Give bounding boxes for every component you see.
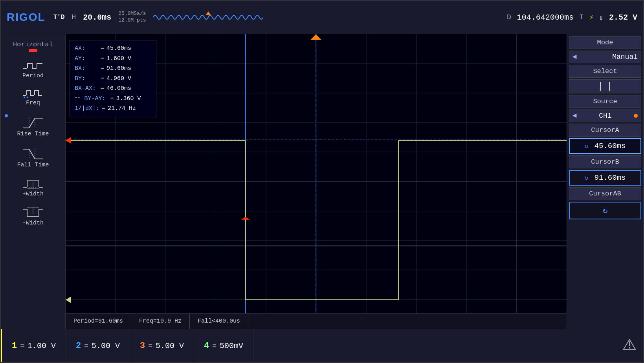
sidebar-item-plus-width[interactable]: +Width	[1, 174, 65, 199]
meas-bx-val: 91.60ms	[106, 64, 142, 74]
meas-inv-val: 21.74 Hz	[108, 104, 143, 114]
period-icon	[21, 60, 45, 72]
mode-section-label: Mode	[569, 36, 641, 49]
right-sidebar: Mode ◄ Manual Select Source ◄ CH1 Cursor…	[567, 34, 643, 329]
source-ch-dot	[634, 114, 638, 118]
fall-time-icon	[21, 145, 45, 161]
meas-bxax-val: 46.00ms	[106, 84, 142, 94]
cursor-ab-refresh-icon: ↻	[602, 206, 607, 216]
ch1-number: 1	[12, 341, 17, 351]
sidebar-item-freq[interactable]: Freq	[1, 85, 65, 108]
plus-width-icon	[21, 176, 45, 190]
mode-value-row[interactable]: ◄ Manual	[569, 51, 641, 63]
bottom-bar: 1 = 1.00 V 2 = 5.00 V 3 = 5.00 V 4 = 500…	[1, 329, 643, 362]
sidebar-item-minus-width[interactable]: -Width	[1, 203, 65, 228]
sample-rate-line1: 25.0MSa/s	[118, 11, 146, 17]
source-ch-value: CH1	[599, 112, 611, 120]
cursor-ab-label: CursorAB	[569, 187, 641, 200]
svg-rect-4	[32, 63, 33, 68]
ch2-number: 2	[76, 341, 81, 351]
svg-rect-12	[30, 95, 34, 96]
meas-ay-val: 1.600 V	[106, 54, 142, 64]
mode-badge: T'D	[53, 14, 65, 21]
left-sidebar: Horizontal Period	[1, 34, 66, 329]
source-ch-row[interactable]: ◄ CH1	[569, 109, 641, 122]
meas-by-eq: =	[101, 74, 104, 84]
cursor-a-label: CursorA	[569, 124, 641, 137]
meas-bxax-row: BX-AX: = 46.00ms	[75, 84, 151, 94]
source-section-label: Source	[569, 95, 641, 108]
select-section-label: Select	[569, 65, 641, 78]
ch1-eq: =	[20, 342, 24, 350]
freq-label: Freq	[26, 100, 40, 106]
ch4-eq: =	[212, 342, 217, 350]
plus-width-label: +Width	[22, 191, 44, 197]
svg-rect-7	[37, 63, 42, 64]
rigol-logo: RIGOL	[7, 11, 46, 24]
svg-marker-75	[66, 296, 71, 303]
channel-4-item[interactable]: 4 = 500mV	[194, 329, 253, 362]
meas-bxax-label: BX-AX:	[75, 84, 98, 94]
bottom-right-icon[interactable]	[622, 337, 637, 354]
svg-point-17	[24, 97, 25, 98]
minus-width-icon	[21, 205, 45, 219]
trigger-wave-display	[153, 11, 263, 23]
ch4-number: 4	[204, 341, 209, 351]
svg-point-18	[27, 97, 28, 98]
svg-rect-5	[32, 68, 37, 69]
channel-1-item[interactable]: 1 = 1.00 V	[1, 329, 66, 362]
trigger-label: T	[580, 14, 583, 21]
ch1-value: 1.00 V	[28, 341, 56, 350]
channel-2-item[interactable]: 2 = 5.00 V	[66, 329, 130, 362]
sidebar-item-fall-time[interactable]: Fall Time	[1, 143, 65, 170]
svg-rect-3	[27, 63, 32, 64]
ch4-value: 500mV	[220, 341, 243, 350]
meas-bx-label: BX:	[75, 64, 98, 74]
svg-marker-71	[241, 217, 250, 219]
meas-byay-eq: =	[110, 94, 114, 104]
meas-ax-row: AX: = 45.60ms	[75, 44, 151, 54]
cursor-b-value-text: 91.60ms	[594, 173, 626, 182]
period-label: Period	[22, 73, 44, 79]
channel-3-item[interactable]: 3 = 5.00 V	[130, 329, 194, 362]
top-info: T'D H 20.0ms 25.0MSa/s 12.0M pts	[53, 11, 263, 24]
meas-by-val: 4.960 V	[106, 74, 142, 84]
meas-inv-label: 1/|dX|:	[75, 104, 99, 114]
svg-rect-16	[38, 95, 42, 96]
cursor-line-b	[609, 82, 610, 91]
svg-rect-11	[30, 90, 31, 95]
sidebar-item-horizontal[interactable]: Horizontal	[1, 38, 65, 54]
rise-time-icon	[21, 114, 45, 130]
cursor-b-value[interactable]: ↻ 91.60ms	[569, 170, 641, 186]
meas-inv-row: 1/|dX|: = 21.74 Hz	[75, 104, 151, 114]
mode-left-arrow[interactable]: ◄	[572, 53, 577, 61]
svg-rect-8	[23, 95, 26, 96]
meas-byay-label: BY-AY:	[84, 94, 108, 104]
voltage-display: 2.52 V	[609, 13, 637, 22]
sidebar-item-period[interactable]: Period	[1, 58, 65, 81]
meas-ay-label: AY:	[75, 54, 98, 64]
bottom-nav-icon	[622, 337, 637, 351]
trigger-icons: ⚡	[589, 13, 594, 22]
status-bar: Period=91.60ms Freq=10.9 Hz Fall<400.0us	[66, 313, 567, 329]
rise-time-indicator	[5, 114, 8, 117]
source-left-arrow[interactable]: ◄	[572, 112, 577, 120]
battery-icon: ▯	[599, 13, 603, 21]
measurement-overlay: AX: = 45.60ms AY: = 1.600 V BX: = 91.60m…	[70, 40, 156, 117]
cursor-b-refresh-icon: ↻	[585, 175, 589, 182]
sidebar-item-rise-time[interactable]: Rise Time	[1, 112, 65, 139]
time-div-label: H	[72, 13, 76, 21]
meas-by-label: BY:	[75, 74, 98, 84]
ch2-eq: =	[84, 342, 88, 350]
meas-inv-eq: =	[102, 104, 105, 114]
svg-rect-15	[38, 90, 39, 95]
cursor-a-value-text: 45.60ms	[594, 142, 626, 150]
svg-marker-74	[66, 137, 71, 144]
svg-rect-1	[23, 68, 27, 69]
cursor-a-value[interactable]: ↻ 45.60ms	[569, 138, 641, 154]
oscilloscope-screen: RIGOL T'D H 20.0ms 25.0MSa/s 12.0M pts D…	[0, 0, 644, 363]
cursor-ab-value[interactable]: ↻	[569, 202, 641, 219]
timestamp: 104.642000ms	[517, 13, 574, 22]
cursor-select-display[interactable]	[569, 79, 641, 93]
svg-point-78	[629, 347, 630, 348]
